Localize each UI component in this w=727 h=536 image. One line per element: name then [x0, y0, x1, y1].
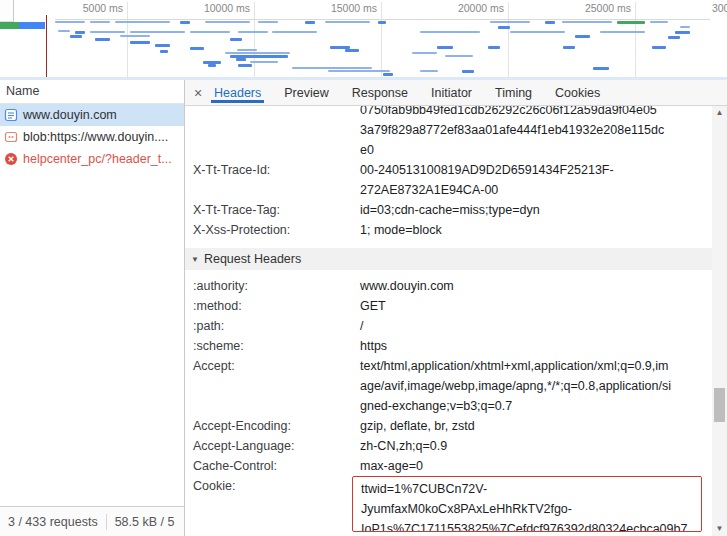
devtools-network-panel: 5000 ms10000 ms15000 ms20000 ms25000 ms3…: [0, 0, 727, 536]
header-value: id=03;cdn-cache=miss;type=dyn: [360, 200, 702, 220]
header-name: Cache-Control:: [185, 456, 360, 476]
waterfall-bar: [190, 31, 230, 33]
network-overview[interactable]: 5000 ms10000 ms15000 ms20000 ms25000 ms3…: [0, 0, 727, 81]
waterfall-bar: [498, 26, 510, 29]
tab-preview[interactable]: Preview: [281, 86, 331, 100]
header-row: Cookie:ttwid=1%7CUBCn72V- JyumfaxM0koCx8…: [185, 476, 712, 532]
header-value: 1; mode=block: [360, 220, 702, 240]
header-name: :path:: [185, 316, 360, 336]
section-label: Request Headers: [204, 252, 301, 266]
request-row-label: blob:https://www.douyin....: [23, 126, 168, 148]
waterfall-bar: [55, 21, 85, 23]
close-icon[interactable]: ×: [185, 85, 211, 101]
waterfall-bar: [190, 47, 204, 50]
waterfall-bar: [58, 30, 70, 32]
page-bar-waiting: [0, 22, 19, 29]
header-name: Accept-Language:: [185, 436, 360, 456]
scroll-down-icon[interactable]: ▼: [712, 522, 727, 536]
waterfall-bar: [462, 70, 474, 73]
header-value: /: [360, 316, 702, 336]
header-row: :path:/: [185, 316, 712, 336]
waterfall-bar: [237, 49, 257, 51]
ruler-gridline: [508, 2, 509, 80]
waterfall-bar: [383, 73, 393, 76]
tab-timing[interactable]: Timing: [492, 86, 535, 100]
error-icon: [4, 152, 18, 166]
header-row: Accept:text/html,application/xhtml+xml,a…: [185, 356, 712, 416]
request-row-label: www.douyin.com: [23, 104, 117, 126]
ruler-tick-label: 30000 ms: [712, 2, 727, 14]
ruler-gridline: [254, 2, 255, 80]
load-event-line: [46, 15, 47, 79]
waterfall-bar: [617, 21, 645, 24]
waterfall-bar: [205, 21, 250, 23]
waterfall-bar: [70, 35, 82, 38]
tab-response[interactable]: Response: [349, 86, 411, 100]
scroll-up-icon[interactable]: ▲: [712, 106, 727, 120]
header-value: https: [360, 336, 702, 356]
ruler-gridline: [381, 2, 382, 80]
vertical-scrollbar[interactable]: ▲ ▼: [712, 106, 727, 536]
chevron-down-icon: ▼: [191, 255, 199, 264]
request-row[interactable]: helpcenter_pc/?header_t...: [0, 148, 184, 170]
header-name: :scheme:: [185, 336, 360, 356]
header-row: X-Xss-Protection:1; mode=block: [185, 220, 712, 240]
network-status-bar: 3 / 433 requests 58.5 kB / 5: [0, 506, 184, 536]
header-name: X-Tt-Trace-Tag:: [185, 200, 360, 220]
waterfall-bar: [95, 38, 110, 41]
waterfall-bar: [510, 31, 565, 33]
header-value: gzip, deflate, br, zstd: [360, 416, 702, 436]
waterfall-bar: [90, 21, 110, 23]
waterfall-bar: [130, 41, 150, 44]
waterfall-bar: [420, 31, 480, 33]
waterfall-row-line: [55, 19, 710, 20]
waterfall-bar: [155, 44, 170, 47]
header-name: X-Xss-Protection:: [185, 220, 360, 240]
waterfall-bar: [652, 46, 666, 49]
tab-headers[interactable]: Headers: [211, 86, 264, 103]
header-value: ttwid=1%7CUBCn72V- JyumfaxM0koCx8PAxLeHh…: [361, 479, 702, 532]
waterfall-bar: [680, 26, 690, 28]
waterfall-bar: [490, 21, 530, 23]
header-name: Cookie:: [185, 476, 360, 532]
waterfall-bar: [575, 35, 590, 38]
page-bar-content: [19, 22, 45, 29]
waterfall-bar: [250, 61, 278, 63]
document-icon: [4, 108, 18, 122]
header-name: Accept:: [185, 356, 360, 416]
waterfall-bar: [208, 64, 216, 67]
header-row: Cache-Control:max-age=0: [185, 456, 712, 476]
request-row[interactable]: blob:https://www.douyin....: [0, 126, 184, 148]
header-value: 0750fab9bb49fed1cdb26292c26c06f12a59da9f…: [360, 106, 702, 160]
waterfall-bar: [130, 31, 185, 33]
waterfall-bar: [345, 49, 359, 52]
filmstrip-thumbnail: [0, 0, 14, 22]
tab-initiator[interactable]: Initiator: [428, 86, 475, 100]
request-row-label: helpcenter_pc/?header_t...: [23, 148, 172, 170]
scrollbar-thumb[interactable]: [714, 388, 725, 422]
headers-content: 0750fab9bb49fed1cdb26292c26c06f12a59da9f…: [185, 106, 712, 536]
header-value: max-age=0: [360, 456, 702, 476]
tab-cookies[interactable]: Cookies: [552, 86, 603, 100]
waterfall-bar: [230, 38, 242, 41]
header-value: zh-CN,zh;q=0.9: [360, 436, 702, 456]
waterfall-bar: [378, 21, 386, 24]
waterfall-bar: [437, 46, 453, 49]
waterfall-bar: [238, 64, 252, 67]
column-header-name[interactable]: Name: [0, 80, 184, 104]
transferred-size: 58.5 kB / 5: [107, 515, 183, 529]
waterfall-bar: [115, 21, 170, 23]
ruler-tick-label: 25000 ms: [585, 2, 631, 14]
waterfall-bar: [120, 35, 150, 37]
header-row: X-Tt-Trace-Id:00-240513100819AD9D2D65914…: [185, 160, 712, 200]
waterfall-bar: [272, 31, 317, 33]
request-headers-section[interactable]: ▼Request Headers: [185, 248, 712, 270]
header-value: 00-240513100819AD9D2D6591434F25213F- 272…: [360, 160, 702, 200]
ruler-gridline: [635, 2, 636, 80]
header-row: Accept-Language:zh-CN,zh;q=0.9: [185, 436, 712, 456]
request-details-pane: × HeadersPreviewResponseInitiatorTimingC…: [185, 80, 727, 536]
header-name: X-Tt-Trace-Id:: [185, 160, 360, 200]
waterfall-bar: [90, 31, 125, 33]
request-row[interactable]: www.douyin.com: [0, 104, 184, 126]
ruler-tick-label: 5000 ms: [83, 2, 123, 14]
